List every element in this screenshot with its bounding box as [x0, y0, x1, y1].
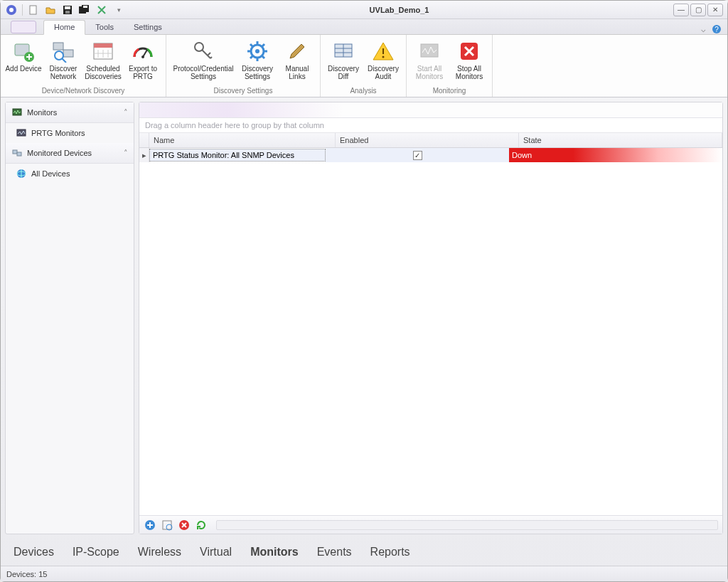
column-header-name[interactable]: Name — [149, 133, 336, 147]
svg-rect-46 — [13, 150, 17, 154]
protocol-credential-button[interactable]: Protocol/Credential Settings — [169, 36, 237, 85]
app-icon[interactable] — [5, 4, 18, 16]
devices-icon — [11, 147, 23, 159]
start-all-monitors-button: Start All Monitors — [410, 36, 449, 85]
tools-icon[interactable] — [95, 4, 108, 16]
ribbon-group-discovery: Add Device Discover Network Scheduled Di… — [1, 35, 166, 97]
table-row[interactable]: ▸ PRTG Status Monitor: All SNMP Devices … — [139, 148, 722, 162]
calendar-icon — [91, 39, 115, 63]
refresh-icon[interactable] — [195, 519, 208, 531]
cell-enabled[interactable]: ✓ — [326, 148, 509, 162]
save-all-icon[interactable] — [78, 4, 91, 16]
tab-settings[interactable]: Settings — [124, 21, 172, 34]
column-header-enabled[interactable]: Enabled — [336, 133, 519, 147]
ribbon-group-monitoring: Start All Monitors Stop All Monitors Mon… — [407, 35, 493, 97]
stop-all-monitors-button[interactable]: Stop All Monitors — [449, 36, 489, 85]
add-device-icon — [11, 39, 36, 63]
svg-line-16 — [62, 58, 66, 63]
keys-icon — [191, 39, 215, 63]
bottom-tab-strip: Devices IP-Scope Wireless Virtual Monito… — [1, 539, 727, 566]
titlebar: ▾ UVLab_Demo_1 — ▢ ✕ — [1, 1, 727, 19]
sidebar-item-all-devices[interactable]: All Devices — [6, 164, 134, 184]
minimize-button[interactable]: — — [673, 4, 689, 16]
svg-rect-4 — [65, 6, 70, 9]
discover-network-icon — [51, 39, 75, 63]
ribbon: Add Device Discover Network Scheduled Di… — [1, 35, 727, 97]
main-area: Monitors ˄ PRTG Monitors Monitored Devic… — [1, 97, 727, 539]
maximize-button[interactable]: ▢ — [690, 4, 706, 16]
checkbox-checked-icon[interactable]: ✓ — [413, 151, 422, 160]
svg-point-1 — [9, 8, 14, 12]
discovery-settings-button[interactable]: Discovery Settings — [237, 36, 277, 85]
row-indicator-icon: ▸ — [139, 148, 149, 162]
sidebar-header-monitored-devices[interactable]: Monitored Devices ˄ — [6, 143, 134, 164]
discover-network-button[interactable]: Discover Network — [43, 36, 83, 85]
svg-line-32 — [250, 44, 252, 46]
add-device-button[interactable]: Add Device — [4, 36, 43, 85]
close-button[interactable]: ✕ — [707, 4, 723, 16]
export-prtg-button[interactable]: Export to PRTG — [123, 36, 163, 85]
sidebar-item-prtg-monitors[interactable]: PRTG Monitors — [6, 123, 134, 143]
globe-icon — [16, 168, 27, 179]
sidebar-header-label: Monitored Devices — [27, 149, 92, 157]
discovery-audit-button[interactable]: Discovery Audit — [363, 36, 403, 85]
cell-state: Down — [509, 148, 722, 162]
chevron-up-icon: ˄ — [124, 108, 128, 117]
sidebar-item-label: All Devices — [31, 169, 70, 178]
column-header-state[interactable]: State — [519, 133, 722, 147]
groupby-hint[interactable]: Drag a column header here to group by th… — [139, 118, 722, 133]
svg-point-27 — [255, 49, 259, 53]
svg-rect-2 — [30, 6, 36, 14]
bottom-tab-ip-scope[interactable]: IP-Scope — [73, 546, 119, 559]
svg-rect-18 — [94, 43, 112, 48]
quick-access-toolbar: ▾ — [5, 4, 125, 16]
new-icon[interactable] — [27, 4, 40, 16]
help-icon[interactable]: ? — [712, 24, 722, 34]
row-indicator-header — [139, 133, 149, 147]
layout-toggle[interactable] — [11, 21, 36, 33]
window-title: UVLab_Demo_1 — [125, 6, 673, 14]
monitor-icon — [417, 39, 441, 63]
bottom-tab-virtual[interactable]: Virtual — [200, 546, 232, 559]
open-icon[interactable] — [44, 4, 57, 16]
manual-links-button[interactable]: Manual Links — [277, 36, 317, 85]
collapse-ribbon-icon[interactable]: ⌵ — [701, 25, 706, 34]
ribbon-tab-strip: Home Tools Settings ⌵ ? — [1, 19, 727, 35]
edit-row-icon[interactable] — [161, 519, 173, 531]
discovery-diff-button[interactable]: Discovery Diff — [323, 36, 363, 85]
add-row-icon[interactable] — [144, 519, 156, 531]
bottom-tab-events[interactable]: Events — [317, 546, 352, 559]
status-bar: Devices: 15 — [1, 566, 727, 581]
sidebar-header-label: Monitors — [27, 108, 57, 117]
grid-body[interactable]: ▸ PRTG Status Monitor: All SNMP Devices … — [139, 148, 722, 515]
app-window: ▾ UVLab_Demo_1 — ▢ ✕ Home Tools Settings… — [0, 0, 728, 582]
delete-row-icon[interactable] — [178, 519, 191, 531]
grid-header: Name Enabled State — [139, 133, 722, 148]
bottom-tab-wireless[interactable]: Wireless — [138, 546, 181, 559]
svg-rect-5 — [65, 11, 70, 14]
bottom-tab-devices[interactable]: Devices — [14, 546, 54, 559]
scheduled-discoveries-button[interactable]: Scheduled Discoveries — [83, 36, 123, 85]
tab-tools[interactable]: Tools — [85, 21, 124, 34]
save-icon[interactable] — [61, 4, 74, 16]
bottom-tab-monitors[interactable]: Monitors — [250, 546, 299, 559]
qat-dropdown-icon[interactable]: ▾ — [112, 4, 125, 16]
ribbon-group-analysis: Discovery Diff Discovery Audit Analysis — [321, 35, 407, 97]
gear-icon — [245, 39, 269, 63]
tab-home[interactable]: Home — [43, 20, 85, 35]
svg-rect-14 — [63, 50, 73, 57]
sidebar-header-monitors[interactable]: Monitors ˄ — [6, 102, 134, 123]
cell-name[interactable]: PRTG Status Monitor: All SNMP Devices — [149, 149, 326, 162]
content-decor-strip — [139, 102, 722, 118]
warning-icon — [371, 39, 395, 63]
separator — [22, 4, 23, 16]
svg-line-34 — [250, 56, 252, 58]
svg-rect-8 — [83, 6, 87, 8]
bottom-tab-reports[interactable]: Reports — [370, 546, 410, 559]
window-controls: — ▢ ✕ — [673, 4, 723, 16]
sidebar-item-label: PRTG Monitors — [31, 129, 85, 137]
horizontal-scrollbar[interactable] — [216, 520, 718, 530]
stop-icon — [457, 39, 481, 63]
svg-point-41 — [382, 56, 385, 58]
ribbon-group-discovery-settings: Protocol/Credential Settings Discovery S… — [166, 35, 321, 97]
